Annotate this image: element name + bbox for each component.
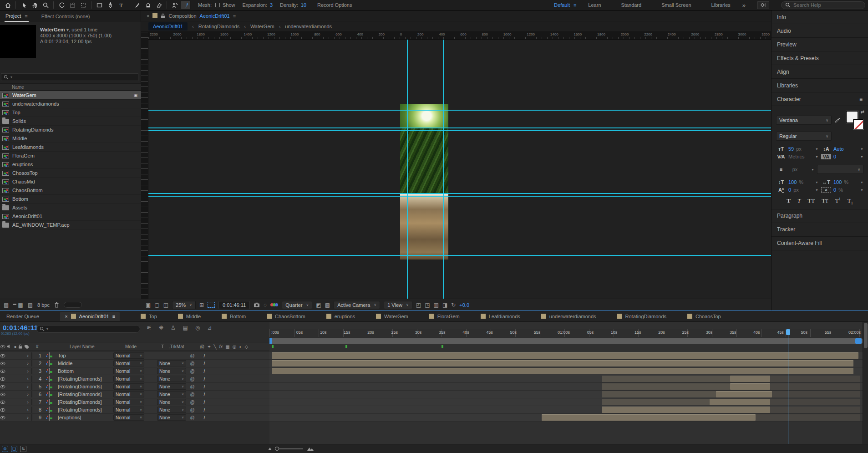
stroke-style-select[interactable]: ∨ [817,165,863,174]
track-camera-tool-icon[interactable] [67,1,77,10]
panel-menu-icon[interactable]: ≡ [859,96,863,102]
layer-duration-bar[interactable] [730,383,770,390]
project-item[interactable]: Middle [0,134,141,143]
swap-fill-stroke-icon[interactable]: ⇄ [861,109,864,114]
stepper-icon[interactable]: ▼ [815,181,818,184]
trkmat-select[interactable]: None∨ [157,391,186,397]
reset-exposure-icon[interactable]: ↻ [451,302,456,308]
parent-pickwhip-icon[interactable]: @ [186,361,198,366]
project-item[interactable]: eruptions [0,160,141,169]
blend-mode-select[interactable]: Normal∨ [113,414,144,421]
trkmat-column-header[interactable]: .TrkMat [169,344,198,349]
home-tool-icon[interactable] [3,1,13,10]
guide-line-horizontal[interactable] [148,255,771,256]
baseline-shift-control[interactable]: Aª 0 px ▼ [776,187,818,193]
green-marker-icon[interactable] [272,345,274,348]
panel-section-align[interactable]: Align [772,65,868,79]
layer-color-swatch[interactable] [31,361,39,366]
layer-visibility-icon[interactable] [0,385,6,389]
tsume-control[interactable]: a 0 % ▼ [821,187,863,193]
layer-duration-bar[interactable] [710,399,770,405]
blend-mode-select[interactable]: Normal∨ [113,352,144,359]
panel-section-paragraph[interactable]: Paragraph [772,209,868,223]
stroke-color-swatch[interactable] [853,119,863,129]
faux-italic-button[interactable]: T [797,197,801,205]
trkmat-select[interactable]: None∨ [157,399,186,405]
layer-duration-bar[interactable] [542,414,756,421]
blend-mode-select[interactable]: Normal∨ [113,407,144,413]
timeline-tab-eruptions[interactable]: eruptions [326,314,355,319]
guide-line-horizontal[interactable] [148,196,771,197]
blend-mode-select[interactable]: Normal∨ [113,360,144,366]
work-area-bar[interactable] [269,338,863,344]
guide-line-horizontal[interactable] [148,110,771,111]
timeline-tab-rotatingdiamonds[interactable]: RotatingDiamonds [617,314,667,319]
parent-pickwhip-icon[interactable]: @ [186,353,198,358]
project-footer-field[interactable] [64,302,82,308]
viewer-timecode[interactable]: 0:01:46:11 [218,301,250,309]
expand-inout-icon[interactable]: ⇅ [20,446,26,452]
t-column-header[interactable]: T [156,344,169,349]
timeline-tab-leafdiamonds[interactable]: Leafdiamonds [481,314,520,319]
zoom-in-mountains-icon[interactable] [307,446,314,451]
workspace-menu-item[interactable]: Libraries [711,2,731,8]
track-row[interactable] [269,414,863,422]
solo-column-icon[interactable]: ● [12,344,18,349]
comp-color-swatch[interactable] [152,13,157,18]
stroke-width-control[interactable]: ≡ - px ▼ [776,167,814,172]
panel-section-audio[interactable]: Audio [772,24,868,38]
stepper-icon[interactable]: ▼ [815,148,818,151]
switches-column-icons[interactable]: @✦╲fx▦◎◐◇ [200,344,248,349]
project-item[interactable]: FloraGem [0,152,141,160]
timeline-tab-top[interactable]: Top [141,314,157,319]
composition-tab[interactable]: × Composition AeonicDrift01 ≡ [141,10,771,21]
blend-mode-select[interactable]: Normal∨ [113,391,144,397]
clone-stamp-tool-icon[interactable] [143,1,153,10]
layer-color-swatch[interactable] [31,399,39,405]
always-preview-icon[interactable]: ▣ [146,302,151,308]
track-row[interactable] [269,352,863,360]
timeline-tab-watergem[interactable]: WaterGem [376,314,408,319]
name-column-header[interactable]: Name [12,85,24,90]
project-item[interactable]: RotatingDiamonds [0,126,141,134]
snapshot-icon[interactable] [254,302,260,307]
twirl-icon[interactable]: › [24,399,31,405]
trkmat-select[interactable]: None∨ [157,376,186,382]
parent-pickwhip-icon[interactable]: @ [186,400,198,405]
vertical-ruler[interactable] [141,32,148,299]
project-item[interactable]: Solids [0,117,141,126]
twirl-icon[interactable]: › [24,361,31,366]
layer-row[interactable]: ›4[RotatingDiamonds]Normal∨None∨@/ [0,375,269,383]
twirl-icon[interactable]: › [24,384,31,389]
show-snapshot-icon[interactable]: ◌ [264,302,267,308]
layer-duration-bar[interactable] [602,399,710,405]
layer-visibility-icon[interactable] [0,392,6,397]
label-column-icon[interactable] [24,344,36,349]
expand-transfer-controls-icon[interactable]: ❏ [11,446,17,452]
breadcrumb-item[interactable]: WaterGem [250,24,274,29]
guide-line-horizontal[interactable] [148,130,771,131]
twirl-icon[interactable]: › [24,415,31,420]
layer-name[interactable]: Top [58,353,113,358]
video-column-icon[interactable] [0,345,6,349]
blend-mode-select[interactable]: Normal∨ [113,399,144,405]
green-marker-icon[interactable] [442,345,443,348]
layer-duration-bar[interactable] [770,383,860,390]
stepper-icon[interactable]: ▼ [811,168,814,171]
roto-brush-tool-icon[interactable] [170,1,180,10]
brush-tool-icon[interactable] [132,1,142,10]
zoom-slider-knob[interactable] [275,447,279,451]
project-item[interactable]: Leafdiamonds [0,143,141,152]
type-tool-icon[interactable]: T [116,1,126,10]
expansion-value[interactable]: 3 [270,2,273,8]
share-view-icon[interactable]: ◰ [416,302,421,308]
vertical-scale-control[interactable]: ↕T 100 % ▼ [776,179,818,185]
stepper-icon[interactable]: ▼ [815,155,818,158]
twirl-icon[interactable]: › [24,392,31,397]
project-item[interactable]: Top [0,108,141,117]
stepper-icon[interactable]: ▼ [860,188,863,192]
layer-color-swatch[interactable] [31,407,39,412]
project-item[interactable]: Assets [0,204,141,212]
magnification-select[interactable]: 25%∨ [172,301,196,309]
track-row[interactable] [269,398,863,406]
